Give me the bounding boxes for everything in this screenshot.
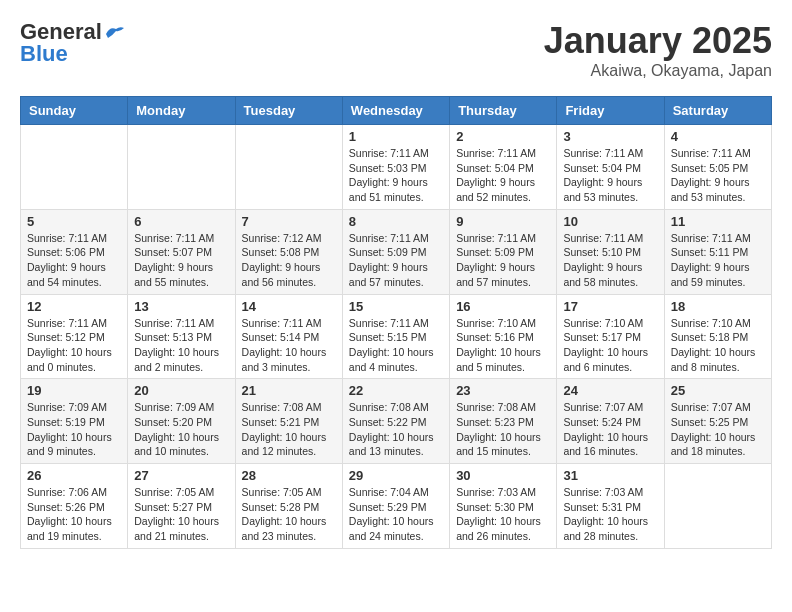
day-number: 3 — [563, 129, 657, 144]
day-number: 8 — [349, 214, 443, 229]
day-number: 27 — [134, 468, 228, 483]
day-number: 11 — [671, 214, 765, 229]
calendar-day-cell: 1Sunrise: 7:11 AM Sunset: 5:03 PM Daylig… — [342, 125, 449, 210]
calendar-day-cell: 21Sunrise: 7:08 AM Sunset: 5:21 PM Dayli… — [235, 379, 342, 464]
day-info: Sunrise: 7:11 AM Sunset: 5:04 PM Dayligh… — [456, 146, 550, 205]
calendar-day-cell: 28Sunrise: 7:05 AM Sunset: 5:28 PM Dayli… — [235, 464, 342, 549]
calendar-day-cell: 22Sunrise: 7:08 AM Sunset: 5:22 PM Dayli… — [342, 379, 449, 464]
day-number: 17 — [563, 299, 657, 314]
calendar-day-cell — [235, 125, 342, 210]
calendar-day-cell: 19Sunrise: 7:09 AM Sunset: 5:19 PM Dayli… — [21, 379, 128, 464]
day-info: Sunrise: 7:09 AM Sunset: 5:19 PM Dayligh… — [27, 400, 121, 459]
day-info: Sunrise: 7:07 AM Sunset: 5:25 PM Dayligh… — [671, 400, 765, 459]
day-number: 1 — [349, 129, 443, 144]
day-info: Sunrise: 7:08 AM Sunset: 5:23 PM Dayligh… — [456, 400, 550, 459]
day-number: 18 — [671, 299, 765, 314]
day-info: Sunrise: 7:11 AM Sunset: 5:10 PM Dayligh… — [563, 231, 657, 290]
day-number: 7 — [242, 214, 336, 229]
calendar-week-row: 12Sunrise: 7:11 AM Sunset: 5:12 PM Dayli… — [21, 294, 772, 379]
day-number: 13 — [134, 299, 228, 314]
calendar-day-cell: 11Sunrise: 7:11 AM Sunset: 5:11 PM Dayli… — [664, 209, 771, 294]
header: General Blue January 2025 Akaiwa, Okayam… — [20, 20, 772, 80]
day-info: Sunrise: 7:11 AM Sunset: 5:12 PM Dayligh… — [27, 316, 121, 375]
day-info: Sunrise: 7:11 AM Sunset: 5:11 PM Dayligh… — [671, 231, 765, 290]
day-of-week-header: Saturday — [664, 97, 771, 125]
day-info: Sunrise: 7:10 AM Sunset: 5:18 PM Dayligh… — [671, 316, 765, 375]
day-number: 10 — [563, 214, 657, 229]
day-info: Sunrise: 7:11 AM Sunset: 5:07 PM Dayligh… — [134, 231, 228, 290]
calendar-week-row: 26Sunrise: 7:06 AM Sunset: 5:26 PM Dayli… — [21, 464, 772, 549]
calendar-day-cell: 10Sunrise: 7:11 AM Sunset: 5:10 PM Dayli… — [557, 209, 664, 294]
day-info: Sunrise: 7:09 AM Sunset: 5:20 PM Dayligh… — [134, 400, 228, 459]
calendar-day-cell: 5Sunrise: 7:11 AM Sunset: 5:06 PM Daylig… — [21, 209, 128, 294]
day-info: Sunrise: 7:11 AM Sunset: 5:15 PM Dayligh… — [349, 316, 443, 375]
calendar-day-cell: 23Sunrise: 7:08 AM Sunset: 5:23 PM Dayli… — [450, 379, 557, 464]
calendar-day-cell: 13Sunrise: 7:11 AM Sunset: 5:13 PM Dayli… — [128, 294, 235, 379]
day-number: 6 — [134, 214, 228, 229]
day-number: 30 — [456, 468, 550, 483]
calendar-day-cell — [128, 125, 235, 210]
calendar-day-cell: 29Sunrise: 7:04 AM Sunset: 5:29 PM Dayli… — [342, 464, 449, 549]
day-info: Sunrise: 7:06 AM Sunset: 5:26 PM Dayligh… — [27, 485, 121, 544]
calendar-day-cell: 20Sunrise: 7:09 AM Sunset: 5:20 PM Dayli… — [128, 379, 235, 464]
day-number: 19 — [27, 383, 121, 398]
day-number: 23 — [456, 383, 550, 398]
calendar-day-cell: 15Sunrise: 7:11 AM Sunset: 5:15 PM Dayli… — [342, 294, 449, 379]
calendar-day-cell: 4Sunrise: 7:11 AM Sunset: 5:05 PM Daylig… — [664, 125, 771, 210]
calendar-day-cell: 9Sunrise: 7:11 AM Sunset: 5:09 PM Daylig… — [450, 209, 557, 294]
day-info: Sunrise: 7:04 AM Sunset: 5:29 PM Dayligh… — [349, 485, 443, 544]
day-number: 29 — [349, 468, 443, 483]
day-info: Sunrise: 7:03 AM Sunset: 5:30 PM Dayligh… — [456, 485, 550, 544]
calendar-body: 1Sunrise: 7:11 AM Sunset: 5:03 PM Daylig… — [21, 125, 772, 549]
day-number: 20 — [134, 383, 228, 398]
calendar-day-cell: 30Sunrise: 7:03 AM Sunset: 5:30 PM Dayli… — [450, 464, 557, 549]
day-number: 16 — [456, 299, 550, 314]
day-of-week-header: Wednesday — [342, 97, 449, 125]
days-of-week-row: SundayMondayTuesdayWednesdayThursdayFrid… — [21, 97, 772, 125]
title-area: January 2025 Akaiwa, Okayama, Japan — [544, 20, 772, 80]
day-info: Sunrise: 7:10 AM Sunset: 5:16 PM Dayligh… — [456, 316, 550, 375]
day-info: Sunrise: 7:11 AM Sunset: 5:09 PM Dayligh… — [349, 231, 443, 290]
day-number: 24 — [563, 383, 657, 398]
calendar-day-cell: 24Sunrise: 7:07 AM Sunset: 5:24 PM Dayli… — [557, 379, 664, 464]
logo-blue-text: Blue — [20, 42, 68, 66]
day-number: 28 — [242, 468, 336, 483]
calendar-day-cell: 7Sunrise: 7:12 AM Sunset: 5:08 PM Daylig… — [235, 209, 342, 294]
calendar-day-cell: 31Sunrise: 7:03 AM Sunset: 5:31 PM Dayli… — [557, 464, 664, 549]
calendar-day-cell — [21, 125, 128, 210]
calendar-day-cell: 17Sunrise: 7:10 AM Sunset: 5:17 PM Dayli… — [557, 294, 664, 379]
day-number: 25 — [671, 383, 765, 398]
day-info: Sunrise: 7:08 AM Sunset: 5:21 PM Dayligh… — [242, 400, 336, 459]
day-info: Sunrise: 7:10 AM Sunset: 5:17 PM Dayligh… — [563, 316, 657, 375]
day-number: 14 — [242, 299, 336, 314]
day-info: Sunrise: 7:03 AM Sunset: 5:31 PM Dayligh… — [563, 485, 657, 544]
day-info: Sunrise: 7:11 AM Sunset: 5:04 PM Dayligh… — [563, 146, 657, 205]
calendar-day-cell — [664, 464, 771, 549]
calendar-week-row: 19Sunrise: 7:09 AM Sunset: 5:19 PM Dayli… — [21, 379, 772, 464]
day-info: Sunrise: 7:05 AM Sunset: 5:28 PM Dayligh… — [242, 485, 336, 544]
day-number: 15 — [349, 299, 443, 314]
day-info: Sunrise: 7:11 AM Sunset: 5:03 PM Dayligh… — [349, 146, 443, 205]
day-number: 21 — [242, 383, 336, 398]
day-info: Sunrise: 7:11 AM Sunset: 5:09 PM Dayligh… — [456, 231, 550, 290]
calendar-day-cell: 18Sunrise: 7:10 AM Sunset: 5:18 PM Dayli… — [664, 294, 771, 379]
calendar-table: SundayMondayTuesdayWednesdayThursdayFrid… — [20, 96, 772, 549]
calendar-header: SundayMondayTuesdayWednesdayThursdayFrid… — [21, 97, 772, 125]
day-info: Sunrise: 7:11 AM Sunset: 5:06 PM Dayligh… — [27, 231, 121, 290]
calendar-day-cell: 8Sunrise: 7:11 AM Sunset: 5:09 PM Daylig… — [342, 209, 449, 294]
day-number: 12 — [27, 299, 121, 314]
day-info: Sunrise: 7:07 AM Sunset: 5:24 PM Dayligh… — [563, 400, 657, 459]
location-subtitle: Akaiwa, Okayama, Japan — [544, 62, 772, 80]
calendar-day-cell: 6Sunrise: 7:11 AM Sunset: 5:07 PM Daylig… — [128, 209, 235, 294]
calendar-day-cell: 27Sunrise: 7:05 AM Sunset: 5:27 PM Dayli… — [128, 464, 235, 549]
day-info: Sunrise: 7:11 AM Sunset: 5:14 PM Dayligh… — [242, 316, 336, 375]
calendar-day-cell: 25Sunrise: 7:07 AM Sunset: 5:25 PM Dayli… — [664, 379, 771, 464]
day-number: 9 — [456, 214, 550, 229]
day-info: Sunrise: 7:05 AM Sunset: 5:27 PM Dayligh… — [134, 485, 228, 544]
calendar-day-cell: 3Sunrise: 7:11 AM Sunset: 5:04 PM Daylig… — [557, 125, 664, 210]
day-of-week-header: Sunday — [21, 97, 128, 125]
day-info: Sunrise: 7:11 AM Sunset: 5:13 PM Dayligh… — [134, 316, 228, 375]
day-number: 22 — [349, 383, 443, 398]
day-info: Sunrise: 7:12 AM Sunset: 5:08 PM Dayligh… — [242, 231, 336, 290]
calendar-day-cell: 16Sunrise: 7:10 AM Sunset: 5:16 PM Dayli… — [450, 294, 557, 379]
